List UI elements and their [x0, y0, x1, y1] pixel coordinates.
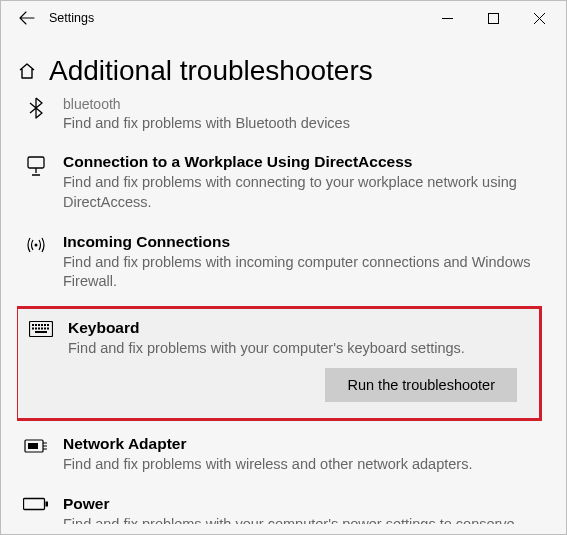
minimize-button[interactable]	[424, 3, 470, 33]
svg-rect-1	[28, 157, 44, 168]
svg-rect-7	[41, 324, 43, 326]
window-titlebar: Settings	[1, 1, 566, 35]
network-adapter-icon	[23, 437, 49, 455]
item-title: Incoming Connections	[63, 233, 534, 251]
list-item[interactable]: bluetooth Find and fix problems with Blu…	[17, 95, 540, 143]
svg-rect-10	[32, 327, 34, 329]
troubleshooters-panel: bluetooth Find and fix problems with Blu…	[1, 95, 566, 534]
signal-icon	[23, 235, 49, 255]
page-header: Additional troubleshooters	[1, 35, 566, 95]
svg-rect-12	[38, 327, 40, 329]
close-button[interactable]	[516, 3, 562, 33]
close-icon	[534, 13, 545, 24]
svg-rect-11	[35, 327, 37, 329]
window-controls	[424, 3, 562, 33]
svg-rect-20	[46, 501, 49, 506]
keyboard-icon	[28, 321, 54, 337]
bluetooth-icon	[23, 97, 49, 119]
svg-rect-8	[44, 324, 46, 326]
item-title: Network Adapter	[63, 435, 534, 453]
svg-rect-19	[24, 498, 45, 509]
svg-rect-15	[47, 327, 49, 329]
list-item[interactable]: Power Find and fix problems with your co…	[17, 485, 540, 524]
list-item-selected[interactable]: Keyboard Find and fix problems with your…	[17, 306, 542, 422]
item-description: Find and fix problems with your computer…	[68, 339, 529, 359]
run-troubleshooter-button[interactable]: Run the troubleshooter	[325, 368, 517, 402]
home-icon[interactable]	[17, 61, 37, 81]
svg-rect-6	[38, 324, 40, 326]
item-title: Keyboard	[68, 319, 529, 337]
list-item[interactable]: Incoming Connections Find and fix proble…	[17, 223, 540, 302]
page-title: Additional troubleshooters	[49, 55, 373, 87]
monitor-icon	[23, 155, 49, 177]
app-title: Settings	[49, 11, 424, 25]
svg-rect-13	[41, 327, 43, 329]
svg-rect-0	[488, 13, 498, 23]
item-title-cut: bluetooth	[63, 95, 534, 114]
svg-rect-18	[28, 443, 38, 449]
item-description: Find and fix problems with wireless and …	[63, 455, 534, 475]
list-item[interactable]: Connection to a Workplace Using DirectAc…	[17, 143, 540, 222]
item-description: Find and fix problems with connecting to…	[63, 173, 534, 212]
svg-rect-14	[44, 327, 46, 329]
item-title: Power	[63, 495, 534, 513]
svg-rect-4	[32, 324, 34, 326]
maximize-button[interactable]	[470, 3, 516, 33]
troubleshooters-list[interactable]: bluetooth Find and fix problems with Blu…	[17, 95, 550, 524]
battery-icon	[23, 497, 49, 511]
svg-rect-16	[35, 331, 47, 333]
minimize-icon	[442, 13, 453, 24]
svg-rect-5	[35, 324, 37, 326]
item-description: Find and fix problems with your computer…	[63, 515, 534, 524]
item-description: Find and fix problems with Bluetooth dev…	[63, 114, 534, 134]
list-item[interactable]: Network Adapter Find and fix problems wi…	[17, 425, 540, 485]
maximize-icon	[488, 13, 499, 24]
svg-rect-9	[47, 324, 49, 326]
svg-point-2	[35, 243, 38, 246]
item-title: Connection to a Workplace Using DirectAc…	[63, 153, 534, 171]
item-description: Find and fix problems with incoming comp…	[63, 253, 534, 292]
back-button[interactable]	[13, 4, 41, 32]
arrow-left-icon	[19, 10, 35, 26]
